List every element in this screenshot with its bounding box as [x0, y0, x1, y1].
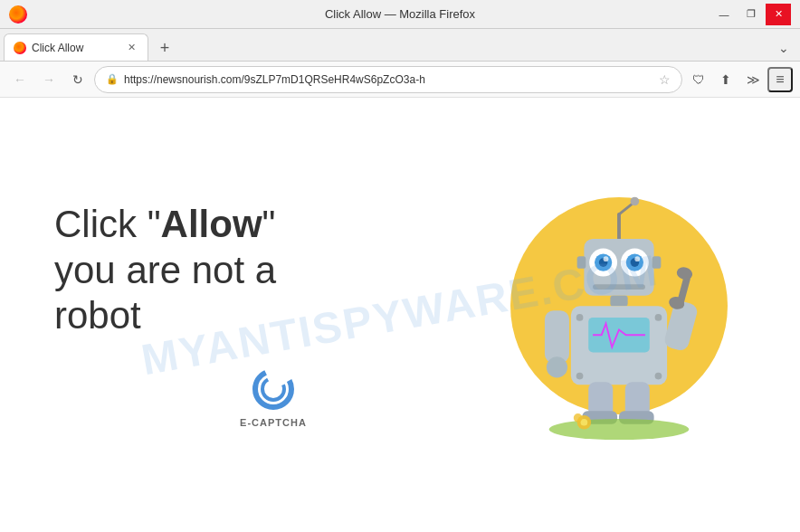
back-button[interactable]: ←	[7, 67, 33, 92]
extensions-overflow-button[interactable]: ≫	[740, 67, 766, 92]
svg-point-23	[655, 373, 662, 380]
svg-point-25	[547, 356, 567, 377]
tab-close-button[interactable]: ✕	[124, 41, 138, 55]
heading-line3: robot	[54, 294, 141, 337]
captcha-label: E-CAPTCHA	[240, 417, 307, 428]
svg-point-22	[576, 373, 584, 380]
svg-point-20	[576, 314, 584, 321]
svg-point-34	[549, 419, 689, 440]
robot-illustration	[492, 188, 746, 442]
svg-rect-16	[593, 284, 645, 290]
tab-favicon-icon	[14, 42, 26, 54]
heading-bold: Allow	[161, 203, 262, 245]
svg-point-28	[675, 265, 693, 281]
svg-rect-15	[652, 256, 662, 269]
window-controls: — ❐ ✕	[711, 4, 791, 25]
firefox-logo-icon	[9, 5, 27, 24]
title-bar: Click Allow — Mozilla Firefox — ❐ ✕	[0, 0, 800, 29]
svg-point-4	[631, 197, 640, 206]
upload-button[interactable]: ⬆	[713, 67, 738, 92]
captcha-c-icon	[251, 366, 296, 412]
svg-point-21	[655, 314, 662, 321]
svg-rect-14	[577, 256, 586, 269]
main-text-area: Click "Allow" you are not a robot E-CAPT…	[54, 202, 492, 427]
lock-icon: 🔒	[106, 73, 119, 85]
forward-button[interactable]: →	[36, 67, 62, 92]
tab-label: Click Allow	[32, 42, 119, 54]
main-heading: Click "Allow" you are not a robot	[54, 202, 492, 338]
svg-rect-24	[545, 310, 569, 363]
tab-bar: Click Allow ✕ + ⌄	[0, 29, 800, 62]
close-button[interactable]: ✕	[766, 4, 791, 25]
active-tab[interactable]: Click Allow ✕	[4, 33, 148, 61]
nav-bar: ← → ↻ 🔒 https://newsnourish.com/9sZLP7mD…	[0, 62, 800, 98]
url-text: https://newsnourish.com/9sZLP7mD1QRSeHR4…	[124, 73, 653, 86]
svg-rect-17	[610, 296, 627, 307]
svg-point-12	[604, 256, 609, 261]
heading-prefix: Click "Allow"	[54, 203, 276, 245]
captcha-area: E-CAPTCHA	[54, 366, 492, 428]
svg-point-1	[262, 378, 284, 400]
reload-button[interactable]: ↻	[65, 67, 90, 92]
new-tab-button[interactable]: +	[152, 35, 177, 61]
page-content: MYANTISPYWARE.COM Click "Allow" you are …	[0, 98, 800, 532]
address-bar[interactable]: 🔒 https://newsnourish.com/9sZLP7mD1QRSeH…	[94, 66, 682, 93]
bookmark-icon[interactable]: ☆	[659, 72, 671, 87]
svg-point-13	[634, 256, 640, 261]
minimize-button[interactable]: —	[711, 4, 737, 25]
shield-button[interactable]: 🛡	[686, 67, 711, 92]
app-menu-button[interactable]: ≡	[767, 67, 793, 92]
window-title: Click Allow — Mozilla Firefox	[325, 7, 475, 21]
heading-line2: you are not a	[54, 249, 276, 291]
nav-right-icons: 🛡 ⬆ ≫ ≡	[686, 67, 793, 92]
captcha-logo	[251, 366, 296, 412]
svg-line-3	[619, 204, 632, 214]
restore-button[interactable]: ❐	[738, 4, 764, 25]
svg-point-37	[574, 413, 583, 423]
robot-svg	[501, 188, 737, 442]
tab-overflow-button[interactable]: ⌄	[771, 35, 796, 61]
